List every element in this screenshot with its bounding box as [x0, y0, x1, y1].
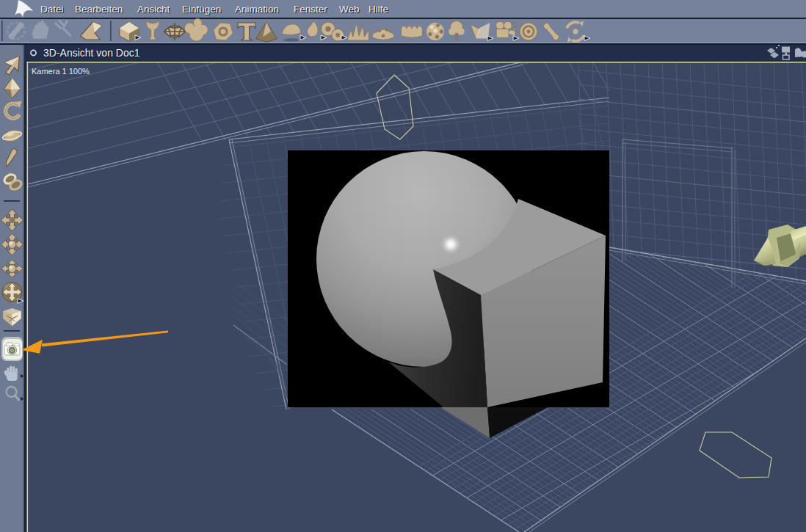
- svg-text:Ansicht: Ansicht: [137, 4, 170, 15]
- svg-text:Fenster: Fenster: [294, 4, 327, 15]
- svg-text:Hilfe: Hilfe: [368, 4, 388, 15]
- svg-text:Bearbeiten: Bearbeiten: [75, 4, 123, 15]
- svg-text:Einfügen: Einfügen: [182, 4, 221, 15]
- svg-text:Web: Web: [339, 4, 360, 15]
- svg-text:Datei: Datei: [40, 4, 64, 15]
- svg-text:Kamera 1 100%: Kamera 1 100%: [32, 67, 90, 76]
- svg-text:Animation: Animation: [235, 4, 279, 15]
- svg-text:3D-Ansicht von Doc1: 3D-Ansicht von Doc1: [43, 47, 140, 59]
